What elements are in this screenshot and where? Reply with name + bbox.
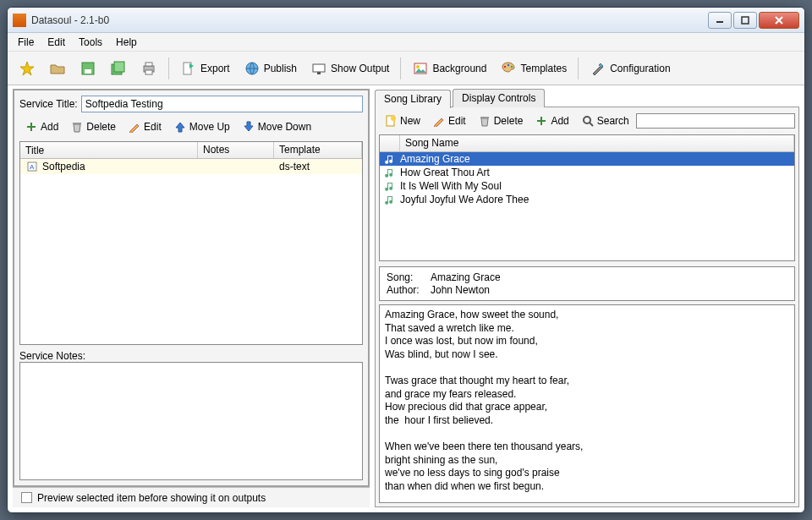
toolbar-save-icon[interactable] — [74, 56, 102, 81]
col-title[interactable]: Title — [20, 142, 198, 158]
main-toolbar: Export Publish Show Output Background Te… — [8, 52, 804, 85]
svg-rect-6 — [85, 69, 91, 74]
maximize-button[interactable] — [733, 12, 757, 29]
col-song-name[interactable]: Song Name — [400, 135, 794, 151]
app-window: Datasoul - 2.1-b0 File Edit Tools Help E… — [7, 7, 805, 513]
toolbar-print-icon[interactable] — [134, 56, 163, 81]
plus-icon — [535, 114, 548, 128]
window-title: Datasoul - 2.1-b0 — [31, 14, 708, 26]
background-button[interactable]: Background — [406, 56, 492, 81]
plus-icon — [25, 120, 38, 134]
tab-song-library[interactable]: Song Library — [375, 90, 451, 108]
col-notes[interactable]: Notes — [198, 142, 274, 158]
close-button[interactable] — [759, 12, 799, 29]
menu-edit[interactable]: Edit — [42, 35, 70, 50]
print-icon — [140, 60, 157, 77]
save-icon — [80, 60, 96, 77]
song-list[interactable]: Song Name Amazing GraceHow Great Thou Ar… — [379, 134, 795, 261]
svg-point-25 — [391, 116, 396, 121]
image-icon — [412, 60, 429, 77]
text-item-icon: A — [25, 160, 39, 173]
delete-button[interactable]: Delete — [65, 118, 121, 136]
arrow-down-icon — [242, 120, 255, 134]
song-meta: Song:Amazing Grace Author:John Newton — [379, 266, 795, 301]
search-icon — [581, 114, 595, 128]
pencil-icon — [432, 114, 446, 128]
templates-button[interactable]: Templates — [494, 56, 573, 81]
service-notes-area[interactable] — [19, 362, 363, 480]
footer: Preview selected item before showing it … — [13, 487, 370, 507]
svg-point-20 — [511, 65, 513, 67]
svg-rect-21 — [73, 123, 81, 124]
music-note-icon — [383, 166, 397, 179]
tab-display-controls[interactable]: Display Controls — [453, 89, 545, 107]
globe-icon — [244, 60, 261, 77]
pencil-icon — [128, 120, 141, 134]
configuration-button[interactable]: Configuration — [584, 56, 676, 81]
svg-line-28 — [590, 123, 593, 126]
service-panel: Service Title: Add Delete Edit Move Up M… — [13, 89, 370, 487]
trash-icon — [478, 114, 491, 128]
toolbar-new-icon[interactable] — [13, 56, 41, 81]
song-label: Song: — [387, 271, 424, 283]
service-title-input[interactable] — [81, 96, 363, 112]
service-title-label: Service Title: — [19, 98, 78, 110]
music-note-icon — [383, 193, 397, 206]
lyrics-textarea[interactable]: Amazing Grace, how sweet the sound, That… — [379, 304, 795, 503]
toolbar-open-icon[interactable] — [43, 56, 72, 81]
svg-point-19 — [508, 63, 509, 65]
svg-rect-8 — [114, 62, 124, 72]
svg-rect-1 — [742, 17, 749, 24]
menu-file[interactable]: File — [13, 35, 39, 50]
song-delete-button[interactable]: Delete — [473, 112, 529, 130]
song-name-value: Amazing Grace — [431, 271, 501, 283]
song-add-button[interactable]: Add — [529, 112, 573, 130]
menu-help[interactable]: Help — [111, 35, 142, 50]
song-item[interactable]: Joyful Joyful We Adore Thee — [380, 193, 794, 206]
trash-icon — [70, 120, 84, 134]
titlebar[interactable]: Datasoul - 2.1-b0 — [8, 8, 804, 33]
export-icon — [180, 60, 197, 77]
song-library-panel: New Edit Delete Add Search Song Name Ama… — [375, 107, 799, 507]
song-item[interactable]: How Great Thou Art — [380, 166, 794, 179]
song-new-button[interactable]: New — [379, 112, 425, 130]
minimize-button[interactable] — [708, 12, 732, 29]
svg-point-18 — [504, 65, 506, 67]
music-note-icon — [383, 152, 397, 166]
star-icon — [19, 60, 36, 77]
song-edit-button[interactable]: Edit — [427, 112, 471, 130]
song-item[interactable]: Amazing Grace — [380, 152, 794, 166]
svg-rect-15 — [317, 72, 321, 74]
moveup-button[interactable]: Move Up — [168, 118, 235, 136]
movedown-button[interactable]: Move Down — [237, 118, 316, 136]
show-output-button[interactable]: Show Output — [304, 56, 395, 81]
music-note-icon — [383, 179, 397, 193]
add-button[interactable]: Add — [19, 118, 63, 136]
svg-rect-26 — [480, 117, 489, 118]
svg-rect-11 — [145, 70, 152, 74]
service-notes-label: Service Notes: — [19, 350, 363, 362]
tools-icon — [590, 60, 606, 77]
arrow-up-icon — [173, 120, 187, 134]
table-row[interactable]: ASoftpedia ds-text — [20, 159, 362, 174]
preview-label: Preview selected item before showing it … — [37, 492, 266, 504]
app-icon — [13, 14, 26, 27]
publish-button[interactable]: Publish — [238, 56, 303, 81]
tabstrip: Song Library Display Controls — [375, 89, 799, 107]
col-template[interactable]: Template — [274, 142, 362, 158]
folder-open-icon — [49, 60, 66, 77]
export-button[interactable]: Export — [174, 56, 236, 81]
toolbar-saveall-icon[interactable] — [104, 56, 133, 81]
menu-tools[interactable]: Tools — [74, 35, 107, 50]
preview-checkbox[interactable] — [21, 492, 32, 503]
svg-point-27 — [584, 117, 590, 123]
song-search-label: Search — [576, 112, 634, 130]
author-value: John Newton — [431, 284, 490, 296]
projector-icon — [310, 60, 327, 77]
menubar: File Edit Tools Help — [8, 33, 804, 52]
edit-button[interactable]: Edit — [123, 118, 167, 136]
search-input[interactable] — [636, 113, 795, 129]
song-item[interactable]: It Is Well With My Soul — [380, 179, 794, 193]
svg-point-17 — [416, 65, 420, 68]
service-table[interactable]: Title Notes Template ASoftpedia ds-text — [19, 141, 363, 345]
